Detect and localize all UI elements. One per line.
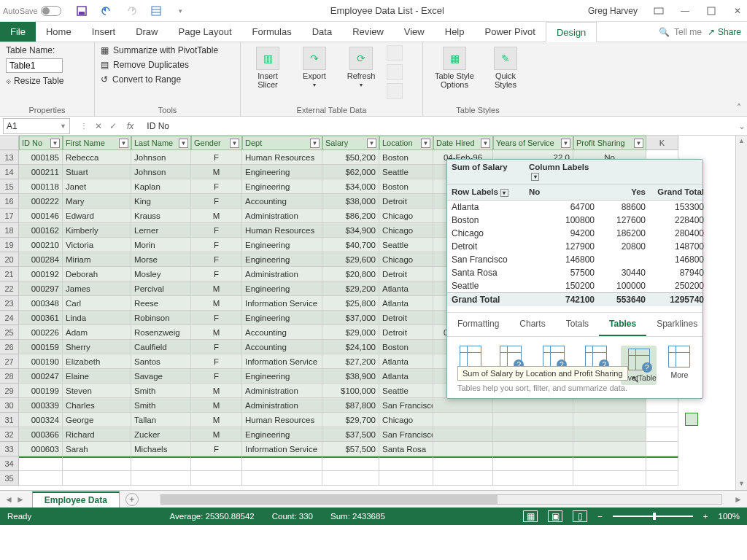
- row-header[interactable]: 28: [0, 369, 19, 384]
- cell[interactable]: Atlanta: [379, 369, 433, 384]
- cell[interactable]: King: [131, 194, 191, 209]
- enter-icon[interactable]: ✓: [109, 121, 117, 131]
- cell[interactable]: [646, 456, 678, 471]
- view-normal-icon[interactable]: ▦: [523, 510, 538, 522]
- row-header[interactable]: 17: [0, 209, 19, 223]
- cell[interactable]: F: [191, 179, 242, 194]
- ribbon-options-icon[interactable]: [652, 4, 665, 18]
- row-header[interactable]: 15: [0, 179, 19, 194]
- cell[interactable]: Robinson: [131, 311, 191, 325]
- cell[interactable]: Percival: [131, 281, 191, 296]
- cell[interactable]: [242, 456, 322, 471]
- scroll-up-icon[interactable]: ▲: [738, 137, 746, 146]
- cell[interactable]: 000199: [19, 384, 63, 398]
- filter-dropdown-icon[interactable]: ▾: [531, 173, 539, 181]
- cell[interactable]: $27,200: [322, 354, 379, 369]
- zoom-level[interactable]: 100%: [719, 512, 740, 521]
- filter-dropdown-icon[interactable]: ▼: [230, 139, 239, 148]
- cell[interactable]: James: [63, 281, 131, 296]
- cell[interactable]: Michaels: [131, 442, 191, 456]
- qat-dropdown-icon[interactable]: ▾: [175, 5, 187, 17]
- cell[interactable]: Chicago: [379, 413, 433, 427]
- chevron-down-icon[interactable]: ▼: [60, 122, 66, 130]
- row-header[interactable]: 20: [0, 252, 19, 267]
- row-header[interactable]: 29: [0, 384, 19, 398]
- cell[interactable]: Engineering: [242, 165, 322, 179]
- cell[interactable]: $29,000: [322, 325, 379, 340]
- row-header[interactable]: 32: [0, 427, 19, 442]
- filter-dropdown-icon[interactable]: ▼: [119, 139, 128, 148]
- cell[interactable]: 000146: [19, 209, 63, 223]
- tab-home[interactable]: Home: [36, 22, 82, 42]
- cell[interactable]: Reese: [131, 296, 191, 311]
- tab-view[interactable]: View: [394, 22, 435, 42]
- column-header[interactable]: Gender▼: [191, 136, 242, 150]
- cell[interactable]: Deborah: [63, 267, 131, 281]
- cell[interactable]: [322, 456, 379, 471]
- cell[interactable]: $86,200: [322, 209, 379, 223]
- cell[interactable]: Linda: [63, 311, 131, 325]
- cell[interactable]: $29,700: [322, 413, 379, 427]
- cell[interactable]: M: [191, 384, 242, 398]
- cell[interactable]: Administration: [242, 267, 322, 281]
- add-sheet-button[interactable]: +: [125, 493, 139, 506]
- cell[interactable]: Atlanta: [379, 296, 433, 311]
- tab-draw[interactable]: Draw: [125, 22, 168, 42]
- cell[interactable]: 000192: [19, 267, 63, 281]
- cell[interactable]: [433, 427, 493, 442]
- cell[interactable]: 000190: [19, 354, 63, 369]
- tab-power-pivot[interactable]: Power Pivot: [475, 22, 546, 42]
- cell[interactable]: $62,000: [322, 165, 379, 179]
- cell[interactable]: M: [191, 281, 242, 296]
- cell[interactable]: [573, 413, 646, 427]
- cell[interactable]: Seattle: [379, 165, 433, 179]
- row-header[interactable]: 14: [0, 165, 19, 179]
- cell[interactable]: [191, 456, 242, 471]
- cell[interactable]: [379, 456, 433, 471]
- minimize-icon[interactable]: —: [678, 4, 692, 18]
- redo-icon[interactable]: [125, 5, 137, 17]
- cell[interactable]: $100,000: [322, 384, 379, 398]
- column-header[interactable]: Years of Service▼: [493, 136, 573, 150]
- cell[interactable]: $34,000: [322, 179, 379, 194]
- row-header[interactable]: 26: [0, 340, 19, 354]
- cell[interactable]: Tallan: [131, 413, 191, 427]
- zoom-slider[interactable]: [613, 516, 693, 517]
- filter-dropdown-icon[interactable]: ▼: [367, 139, 376, 148]
- cell[interactable]: Mary: [63, 194, 131, 209]
- scroll-down-icon[interactable]: ▼: [738, 480, 746, 489]
- cell[interactable]: Detroit: [379, 325, 433, 340]
- cell[interactable]: M: [191, 413, 242, 427]
- horizontal-scrollbar[interactable]: [160, 494, 722, 505]
- cell[interactable]: Human Resources: [242, 413, 322, 427]
- view-page-layout-icon[interactable]: ▣: [548, 510, 562, 522]
- qa-tab-totals[interactable]: Totals: [556, 313, 599, 336]
- cell[interactable]: F: [191, 150, 242, 165]
- cell[interactable]: Atlanta: [379, 281, 433, 296]
- cell[interactable]: Engineering: [242, 281, 322, 296]
- cell[interactable]: M: [191, 427, 242, 442]
- cell[interactable]: Miriam: [63, 252, 131, 267]
- cell[interactable]: Rebecca: [63, 150, 131, 165]
- cell[interactable]: [131, 456, 191, 471]
- cell[interactable]: [131, 471, 191, 486]
- cell[interactable]: 000339: [19, 398, 63, 413]
- tab-design[interactable]: Design: [546, 22, 597, 42]
- row-header[interactable]: 24: [0, 311, 19, 325]
- cell[interactable]: M: [191, 209, 242, 223]
- cell[interactable]: [433, 471, 493, 486]
- cancel-icon[interactable]: ✕: [95, 121, 102, 131]
- qa-option-more[interactable]: More: [664, 346, 695, 379]
- cell[interactable]: Human Resources: [242, 150, 322, 165]
- share-button[interactable]: ↗ Share: [708, 27, 741, 37]
- column-header[interactable]: Last Name▼: [131, 136, 191, 150]
- cell[interactable]: Boston: [379, 179, 433, 194]
- column-header[interactable]: Dept▼: [242, 136, 322, 150]
- resize-table-button[interactable]: ⟐ Resize Table: [6, 76, 63, 86]
- cell[interactable]: Detroit: [379, 267, 433, 281]
- cell[interactable]: [493, 413, 573, 427]
- sheet-tab-active[interactable]: Employee Data: [32, 491, 120, 508]
- cell[interactable]: Chicago: [379, 209, 433, 223]
- tab-insert[interactable]: Insert: [82, 22, 126, 42]
- cell[interactable]: [573, 442, 646, 456]
